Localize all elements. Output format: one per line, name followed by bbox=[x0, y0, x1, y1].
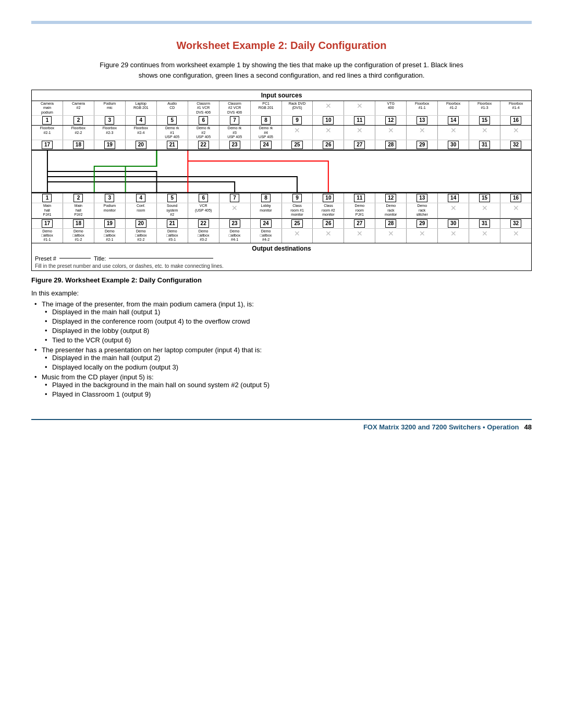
input-num-17: 17 bbox=[32, 140, 63, 150]
input-label-29: ✕ bbox=[407, 126, 438, 140]
input-num-28: 28 bbox=[375, 140, 407, 150]
input-num-8: 8 bbox=[251, 116, 282, 125]
bullet-item-1: The image of the presenter, from the mai… bbox=[31, 300, 532, 344]
input-num-4: 4 bbox=[126, 116, 157, 125]
input-num-11: 11 bbox=[344, 116, 375, 125]
preset-label: Preset # bbox=[35, 255, 56, 262]
input-sources-label: Input sources bbox=[32, 90, 531, 101]
input-num-26: 26 bbox=[313, 140, 344, 150]
output-num-9: 9 bbox=[282, 193, 313, 203]
input-num-row-1: 1 2 3 4 5 6 7 8 9 10 11 12 13 14 15 16 bbox=[32, 116, 531, 126]
output-label-22: Demo□allbox#3-2 bbox=[188, 229, 219, 243]
preset-line bbox=[59, 258, 91, 258]
input-label-25: ✕ bbox=[282, 126, 313, 140]
bullet-text-2: The presenter has a presentation on her … bbox=[42, 346, 262, 354]
output-label-17: Demo□allbox#1-1 bbox=[32, 229, 63, 243]
input-label-24: Demo rk#4USP 405 bbox=[251, 126, 282, 140]
output-num-16: 16 bbox=[500, 193, 531, 203]
sub-item-1-3: Displayed in the lobby (output 8) bbox=[42, 327, 532, 335]
output-label-14: ✕ bbox=[438, 203, 469, 217]
input-num-5: 5 bbox=[157, 116, 188, 125]
input-label-22: Demo rk#2USP 405 bbox=[188, 126, 219, 140]
input-label-30: ✕ bbox=[438, 126, 469, 140]
sub-item-3-2: Played in Classroom 1 (output 9) bbox=[42, 390, 532, 398]
sub-item-3-1: Played in the background in the main hal… bbox=[42, 381, 532, 389]
output-label-7: ✕ bbox=[219, 203, 251, 217]
output-num-27: 27 bbox=[344, 219, 375, 228]
input-label-19: Floorbox#2-3 bbox=[94, 126, 126, 140]
input-label-10: ✕ bbox=[313, 101, 344, 115]
figure-caption-text: Figure 29. Worksheet Example 2: Daily Co… bbox=[31, 276, 202, 284]
input-label-20: Floorbox#2-4 bbox=[126, 126, 157, 140]
input-num-30: 30 bbox=[438, 140, 469, 150]
input-label-4: LaptopRGB 201 bbox=[126, 101, 157, 115]
output-num-31: 31 bbox=[469, 219, 500, 228]
output-label-10: Classroom #2monitor bbox=[313, 203, 344, 217]
top-accent-bar bbox=[31, 21, 532, 24]
lines-svg bbox=[32, 151, 531, 192]
diagram-box: Input sources Cameramainpodium Camera#2 … bbox=[31, 90, 532, 271]
input-num-16: 16 bbox=[500, 116, 531, 125]
output-num-29: 29 bbox=[407, 219, 438, 228]
input-num-21: 21 bbox=[157, 140, 188, 150]
output-num-13: 13 bbox=[407, 193, 438, 203]
input-label-14: Floorbox#1-2 bbox=[438, 101, 469, 115]
output-label-27: ✕ bbox=[344, 229, 375, 243]
input-num-29: 29 bbox=[407, 140, 438, 150]
input-label-13: Floorbox#1-1 bbox=[407, 101, 438, 115]
preset-row: Preset # Title: bbox=[32, 254, 531, 263]
input-num-13: 13 bbox=[407, 116, 438, 125]
output-label-21: Demo□allbox#3-1 bbox=[157, 229, 188, 243]
output-num-22: 22 bbox=[188, 219, 219, 228]
output-num-26: 26 bbox=[313, 219, 344, 228]
input-label-12: VTG400 bbox=[375, 101, 407, 115]
footer-text: FOX Matrix 3200 and 7200 Switchers • Ope… bbox=[363, 423, 519, 431]
input-num-18: 18 bbox=[63, 140, 94, 150]
output-num-14: 14 bbox=[438, 193, 469, 203]
input-label-32: ✕ bbox=[500, 126, 531, 140]
input-num-10: 10 bbox=[313, 116, 344, 125]
input-label-15: Floorbox#1-3 bbox=[469, 101, 500, 115]
input-num-14: 14 bbox=[438, 116, 469, 125]
title-line bbox=[109, 258, 213, 258]
input-num-9: 9 bbox=[282, 116, 313, 125]
output-label-18: Demo□allbox#1-2 bbox=[63, 229, 94, 243]
sub-item-1-4: Tied to the VCR (output 6) bbox=[42, 336, 532, 344]
output-label-4: Conf.room bbox=[126, 203, 157, 217]
input-label-7: Classrm#2 VCRDVS 406 bbox=[219, 101, 251, 115]
output-label-23: Demo□allbox#4-1 bbox=[219, 229, 251, 243]
input-num-12: 12 bbox=[375, 116, 407, 125]
input-num-20: 20 bbox=[126, 140, 157, 150]
input-num-row-2: 17 18 19 20 21 22 23 24 25 26 27 28 29 3… bbox=[32, 140, 531, 151]
output-num-4: 4 bbox=[126, 193, 157, 203]
page-title: Worksheet Example 2: Daily Configuration bbox=[31, 40, 532, 52]
input-num-1: 1 bbox=[32, 116, 63, 125]
input-label-9: Rack DVD(DVS) bbox=[282, 101, 313, 115]
bullet-text-3: Music from the CD player (input 5) is: bbox=[42, 373, 154, 381]
bullet-list: The image of the presenter, from the mai… bbox=[31, 300, 532, 398]
bullet-item-2: The presenter has a presentation on her … bbox=[31, 346, 532, 371]
worksheet-diagram: Input sources Cameramainpodium Camera#2 … bbox=[31, 90, 532, 271]
sub-item-2-2: Displayed locally on the podium (output … bbox=[42, 363, 532, 371]
output-label-row-2: Demo□allbox#1-1 Demo□allbox#1-2 Demo□all… bbox=[32, 229, 531, 243]
input-label-11: ✕ bbox=[344, 101, 375, 115]
output-label-20: Demo□allbox#2-2 bbox=[126, 229, 157, 243]
sub-list-3: Played in the background in the main hal… bbox=[42, 381, 532, 398]
sub-item-1-1: Displayed in the main hall (output 1) bbox=[42, 308, 532, 316]
output-num-row-2: 17 18 19 20 21 22 23 24 25 26 27 28 29 3… bbox=[32, 218, 531, 229]
output-label-13: Demorackslitcher bbox=[407, 203, 438, 217]
output-num-12: 12 bbox=[375, 193, 407, 203]
intro-paragraph: Figure 29 continues from worksheet examp… bbox=[99, 60, 464, 80]
input-num-24: 24 bbox=[251, 140, 282, 150]
output-num-19: 19 bbox=[94, 219, 126, 228]
input-num-3: 3 bbox=[94, 116, 126, 125]
output-label-15: ✕ bbox=[469, 203, 500, 217]
output-label-29: ✕ bbox=[407, 229, 438, 243]
output-num-21: 21 bbox=[157, 219, 188, 228]
output-label-31: ✕ bbox=[469, 229, 500, 243]
output-num-32: 32 bbox=[500, 219, 531, 228]
output-num-23: 23 bbox=[219, 219, 251, 228]
input-num-2: 2 bbox=[63, 116, 94, 125]
output-label-6: VCR(USP 405) bbox=[188, 203, 219, 217]
sub-list-1: Displayed in the main hall (output 1) Di… bbox=[42, 308, 532, 344]
